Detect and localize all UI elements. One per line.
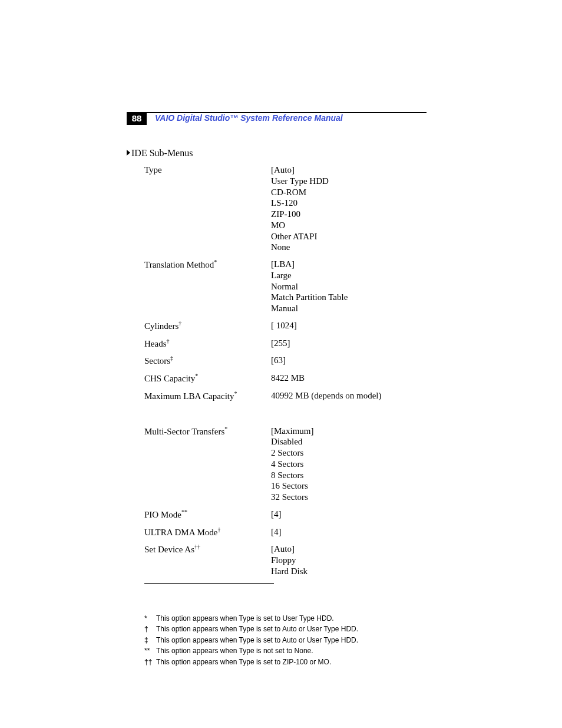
settings-list: Type[Auto]User Type HDDCD-ROMLS-120ZIP-1… xyxy=(127,164,427,577)
setting-value: [ 1024] xyxy=(271,320,427,331)
setting-value: [Maximum] xyxy=(271,426,427,437)
setting-label-text: CHS Capacity xyxy=(144,374,195,383)
setting-row: PIO Mode**[4] xyxy=(127,509,427,521)
footnote-row: ††This option appears when Type is set t… xyxy=(144,657,427,668)
setting-value: [255] xyxy=(271,338,427,349)
footnote-symbol: ‡ xyxy=(144,635,156,646)
section-heading: IDE Sub-Menus xyxy=(127,148,427,159)
setting-label: Cylinders† xyxy=(127,320,271,332)
setting-row: Translation Method*[LBA]LargeNormalMatch… xyxy=(127,259,427,314)
setting-value: [63] xyxy=(271,355,427,366)
setting-label: Set Device As†† xyxy=(127,543,271,555)
setting-value: 8422 MB xyxy=(271,373,427,384)
setting-values: [Auto]FloppyHard Disk xyxy=(271,543,427,577)
setting-value: MO xyxy=(271,220,427,231)
footnotes: *This option appears when Type is set to… xyxy=(127,613,427,668)
footnote-text: This option appears when Type is not set… xyxy=(156,645,313,657)
setting-value: [Auto] xyxy=(271,164,427,176)
setting-value: LS-120 xyxy=(271,197,427,209)
setting-value: 16 Sectors xyxy=(271,480,427,492)
setting-values: [4] xyxy=(271,509,427,520)
footnote-symbol: †† xyxy=(144,657,156,668)
footnote-marker: † xyxy=(167,338,170,344)
setting-value: CD-ROM xyxy=(271,187,427,198)
setting-value: Match Partition Table xyxy=(271,292,427,303)
footnote-marker: †† xyxy=(194,543,200,550)
setting-value: User Type HDD xyxy=(271,176,427,187)
setting-label-text: Type xyxy=(144,165,162,174)
footnote-rule xyxy=(144,583,274,584)
setting-label-text: Maximum LBA Capacity xyxy=(144,391,234,401)
footnote-marker: * xyxy=(234,390,237,397)
setting-label: Sectors‡ xyxy=(127,355,271,367)
setting-row: Maximum LBA Capacity*40992 MB (depends o… xyxy=(127,390,427,402)
setting-row: Cylinders†[ 1024] xyxy=(127,320,427,332)
setting-label-text: Translation Method xyxy=(144,260,214,269)
setting-row: ULTRA DMA Mode†[4] xyxy=(127,526,427,538)
setting-value: [4] xyxy=(271,509,427,520)
spacer xyxy=(127,408,427,426)
setting-value: None xyxy=(271,242,427,253)
setting-label: Multi-Sector Transfers* xyxy=(127,426,271,437)
setting-values: [Maximum]Disabled2 Sectors4 Sectors8 Sec… xyxy=(271,426,427,503)
footnote-text: This option appears when Type is set to … xyxy=(156,624,358,635)
setting-values: [63] xyxy=(271,355,427,366)
setting-label-text: Set Device As xyxy=(144,545,194,554)
setting-value: Disabled xyxy=(271,436,427,447)
setting-label: Type xyxy=(127,164,271,176)
footnote-marker: * xyxy=(195,373,198,379)
setting-value: Normal xyxy=(271,281,427,292)
setting-value: Large xyxy=(271,270,427,281)
setting-row: Sectors‡[63] xyxy=(127,355,427,367)
setting-row: CHS Capacity*8422 MB xyxy=(127,373,427,384)
setting-value: ZIP-100 xyxy=(271,209,427,220)
footnote-text: This option appears when Type is set to … xyxy=(156,613,334,624)
footnote-marker: * xyxy=(214,259,217,265)
setting-value: [Auto] xyxy=(271,543,427,555)
page-content: 88 VAIO Digital Studio™ System Reference… xyxy=(0,0,562,667)
setting-values: [LBA]LargeNormalMatch Partition TableMan… xyxy=(271,259,427,314)
setting-label: PIO Mode** xyxy=(127,509,271,521)
footnote-row: **This option appears when Type is not s… xyxy=(144,645,427,657)
setting-value: [4] xyxy=(271,526,427,538)
setting-label: Translation Method* xyxy=(127,259,271,271)
setting-values: 8422 MB xyxy=(271,373,427,384)
setting-label-text: ULTRA DMA Mode xyxy=(144,528,217,537)
setting-row: Multi-Sector Transfers*[Maximum]Disabled… xyxy=(127,426,427,503)
footnote-symbol: * xyxy=(144,613,156,624)
setting-value: Hard Disk xyxy=(271,566,427,577)
setting-label-text: Multi-Sector Transfers xyxy=(144,427,224,436)
setting-label-text: Heads xyxy=(144,339,167,348)
setting-row: Type[Auto]User Type HDDCD-ROMLS-120ZIP-1… xyxy=(127,164,427,253)
section-title-text: IDE Sub-Menus xyxy=(131,148,193,158)
setting-values: 40992 MB (depends on model) xyxy=(271,390,427,401)
setting-value: 4 Sectors xyxy=(271,459,427,470)
setting-value: 8 Sectors xyxy=(271,470,427,481)
page-header: 88 VAIO Digital Studio™ System Reference… xyxy=(127,112,427,127)
footnote-text: This option appears when Type is set to … xyxy=(156,657,331,668)
setting-values: [ 1024] xyxy=(271,320,427,331)
footnote-symbol: ** xyxy=(144,645,156,657)
setting-value: 2 Sectors xyxy=(271,447,427,459)
setting-value: [LBA] xyxy=(271,259,427,270)
footnote-marker: † xyxy=(178,320,181,327)
setting-values: [255] xyxy=(271,338,427,349)
manual-title: VAIO Digital Studio™ System Reference Ma… xyxy=(155,113,343,123)
setting-label: ULTRA DMA Mode† xyxy=(127,526,271,538)
setting-value: Other ATAPI xyxy=(271,231,427,242)
setting-label-text: Sectors xyxy=(144,356,170,365)
footnote-text: This option appears when Type is set to … xyxy=(156,635,358,646)
setting-row: Set Device As††[Auto]FloppyHard Disk xyxy=(127,543,427,577)
arrow-right-icon xyxy=(127,150,130,156)
footnote-marker: † xyxy=(217,526,220,533)
setting-values: [4] xyxy=(271,526,427,538)
footnote-symbol: † xyxy=(144,624,156,635)
setting-values: [Auto]User Type HDDCD-ROMLS-120ZIP-100MO… xyxy=(271,164,427,253)
setting-label-text: Cylinders xyxy=(144,321,178,331)
footnote-row: *This option appears when Type is set to… xyxy=(144,613,427,624)
setting-label: Maximum LBA Capacity* xyxy=(127,390,271,402)
setting-label: Heads† xyxy=(127,338,271,350)
footnote-row: †This option appears when Type is set to… xyxy=(144,624,427,635)
setting-row: Heads†[255] xyxy=(127,338,427,350)
setting-label: CHS Capacity* xyxy=(127,373,271,384)
